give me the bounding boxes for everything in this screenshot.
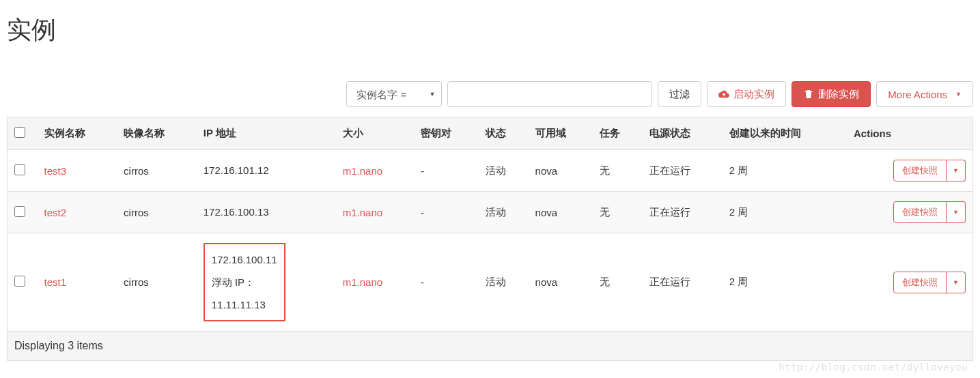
task-cell: 无 [593,150,643,192]
zone-cell: nova [529,192,593,233]
row-actions-dropdown[interactable]: ▼ [947,201,966,223]
table-footer: Displaying 3 items [8,332,973,361]
col-task: 任务 [593,117,643,150]
flavor-link[interactable]: m1.nano [343,207,382,218]
row-actions-dropdown[interactable]: ▼ [947,160,966,181]
row-actions: 创建快照 ▼ [893,272,966,293]
floating-ip-label: 浮动 IP： [212,271,277,293]
row-actions-dropdown[interactable]: ▼ [947,272,966,293]
row-select-checkbox[interactable] [14,276,25,287]
keypair-cell: - [414,150,479,192]
status-cell: 活动 [479,150,529,192]
snapshot-button[interactable]: 创建快照 [893,160,947,181]
power-cell: 正在运行 [643,192,723,233]
filter-value-input[interactable] [447,81,652,107]
age-cell: 2 周 [723,233,847,332]
table-row: test2 cirros 172.16.100.13 m1.nano - 活动 … [8,192,973,233]
col-size: 大小 [336,117,414,150]
task-cell: 无 [593,192,643,233]
page-title: 实例 [7,14,973,47]
col-ip: IP 地址 [197,117,336,150]
snapshot-button[interactable]: 创建快照 [893,272,947,293]
flavor-link[interactable]: m1.nano [343,276,382,288]
instance-name-link[interactable]: test2 [44,207,67,218]
col-keypair: 密钥对 [414,117,479,150]
filter-field-select[interactable]: 实例名字 = [346,81,442,107]
instance-name-link[interactable]: test3 [44,165,67,177]
row-actions: 创建快照 ▼ [893,201,966,223]
cloud-upload-icon [718,89,729,100]
row-select-checkbox[interactable] [14,206,25,217]
trash-icon [803,89,814,100]
select-all-checkbox[interactable] [14,127,25,138]
filter-button[interactable]: 过滤 [658,81,701,107]
ip-highlight-box: 172.16.100.11 浮动 IP： 11.11.11.13 [204,243,285,321]
flavor-link[interactable]: m1.nano [343,165,382,177]
status-cell: 活动 [479,192,529,233]
power-cell: 正在运行 [643,233,723,332]
more-actions-button[interactable]: More Actions [876,81,973,107]
toolbar: 实例名字 = 过滤 启动实例 删除实例 More Actions [7,81,973,107]
delete-instance-button[interactable]: 删除实例 [792,81,871,107]
table-row: test1 cirros 172.16.100.11 浮动 IP： 11.11.… [8,233,973,332]
col-actions: Actions [847,117,972,150]
table-row: test3 cirros 172.16.101.12 m1.nano - 活动 … [8,150,973,192]
age-cell: 2 周 [723,192,847,233]
keypair-cell: - [414,192,479,233]
row-select-checkbox[interactable] [14,164,25,175]
col-power: 电源状态 [643,117,723,150]
col-zone: 可用域 [529,117,593,150]
age-cell: 2 周 [723,150,847,192]
image-name: cirros [117,233,197,332]
status-cell: 活动 [479,233,529,332]
col-image: 映像名称 [117,117,197,150]
col-name: 实例名称 [38,117,117,150]
launch-instance-button[interactable]: 启动实例 [707,81,786,107]
ip-address: 172.16.100.11 [212,248,277,271]
zone-cell: nova [529,150,593,192]
col-status: 状态 [479,117,529,150]
ip-address: 172.16.100.13 [204,206,269,218]
row-actions: 创建快照 ▼ [893,160,966,181]
keypair-cell: - [414,233,479,332]
instances-table: 实例名称 映像名称 IP 地址 大小 密钥对 状态 可用域 任务 电源状态 创建… [7,117,973,361]
image-name: cirros [117,192,197,233]
filter-field-wrap: 实例名字 = [346,81,442,107]
col-age: 创建以来的时间 [723,117,847,150]
snapshot-button[interactable]: 创建快照 [893,201,947,223]
zone-cell: nova [529,233,593,332]
power-cell: 正在运行 [643,150,723,192]
image-name: cirros [117,150,197,192]
instance-name-link[interactable]: test1 [44,276,67,288]
floating-ip: 11.11.11.13 [212,293,277,316]
task-cell: 无 [593,233,643,332]
ip-address: 172.16.101.12 [204,164,269,176]
